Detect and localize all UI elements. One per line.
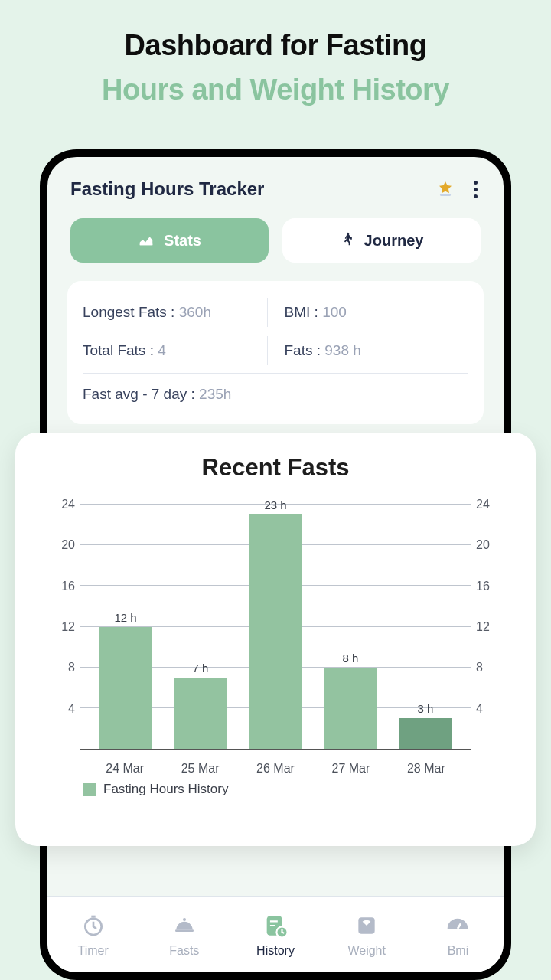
recent-fasts-card: Recent Fasts 12 h7 h23 h8 h3 h 24 Mar25 … [15,433,536,846]
chart-legend: Fasting Hours History [83,782,228,797]
nav-history[interactable]: History [230,897,321,972]
bar[interactable] [99,627,151,750]
tab-bar: Stats Journey [47,218,504,263]
app-header: Fasting Hours Tracker [47,157,504,214]
x-tick: 24 Mar [87,762,162,776]
bar-chart: 12 h7 h23 h8 h3 h 24 Mar25 Mar26 Mar27 M… [37,497,514,780]
bar-value-label: 23 h [264,498,286,511]
tab-stats[interactable]: Stats [70,218,269,263]
timer-icon [81,912,106,939]
stat-fats: Fats : 938 h [267,336,469,365]
nav-fasts[interactable]: Fasts [139,897,230,972]
stats-card: Longest Fats : 360h BMI : 100 Total Fats… [67,281,484,424]
app-title: Fasting Hours Tracker [70,178,264,200]
bar[interactable] [399,718,451,749]
recent-fasts-title: Recent Fasts [37,454,514,482]
bar[interactable] [174,678,226,749]
nav-bmi[interactable]: Bmi [412,897,504,972]
walk-icon [340,230,355,251]
bar-value-label: 8 h [343,652,359,665]
bottom-nav: Timer Fasts History Weight Bmi [47,896,504,972]
stat-bmi: BMI : 100 [267,298,469,327]
bar[interactable] [249,514,301,749]
headline-line2: Hours and Weight History [0,74,551,106]
stat-longest: Longest Fats : 360h [83,298,267,327]
stat-total: Total Fats : 4 [83,336,267,365]
x-tick: 28 Mar [389,762,464,776]
chart-icon [138,230,155,251]
tab-stats-label: Stats [164,232,201,250]
headline-line1: Dashboard for Fasting [0,29,551,62]
gauge-icon [445,912,471,939]
svg-rect-4 [91,915,95,917]
trophy-icon[interactable] [436,180,455,198]
stat-avg: Fast avg - 7 day : 235h [83,380,468,409]
legend-swatch [83,783,96,796]
nav-timer[interactable]: Timer [47,897,139,972]
scale-icon [354,912,379,939]
kebab-menu-icon[interactable] [467,181,484,198]
cloche-icon [172,912,197,939]
svg-rect-0 [440,194,451,196]
bar-value-label: 3 h [418,702,434,715]
x-tick: 26 Mar [238,762,313,776]
bar-value-label: 7 h [193,662,209,675]
bar-value-label: 12 h [114,611,136,624]
history-icon [262,912,289,939]
tab-journey-label: Journey [364,232,424,250]
x-tick: 25 Mar [162,762,237,776]
nav-weight[interactable]: Weight [321,897,412,972]
tab-journey[interactable]: Journey [282,218,481,263]
x-tick: 27 Mar [313,762,388,776]
promo-headline: Dashboard for Fasting Hours and Weight H… [0,0,551,106]
svg-point-6 [183,918,186,921]
bar[interactable] [324,668,376,749]
svg-rect-5 [175,929,194,932]
svg-rect-1 [140,243,153,245]
